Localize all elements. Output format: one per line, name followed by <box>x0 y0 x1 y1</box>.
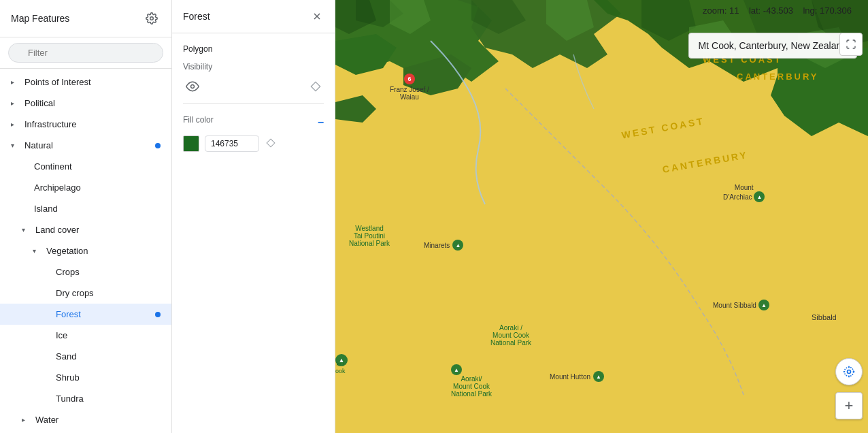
nav-item-label-island: Island <box>34 204 161 214</box>
nav-item-label-crops: Crops <box>56 267 161 277</box>
chevron-icon: ▸ <box>11 121 19 128</box>
nav-item-label-political: Political <box>24 98 161 108</box>
nav-item-forest[interactable]: Forest <box>0 304 171 325</box>
nav-item-label-ice: Ice <box>56 330 161 340</box>
close-icon <box>312 11 322 22</box>
nav-item-shrub[interactable]: Shrub <box>0 367 171 388</box>
svg-point-5 <box>191 85 195 89</box>
mid-panel-header: Forest <box>172 0 335 33</box>
poi-np-left: ▲ <box>335 354 348 366</box>
gear-button[interactable] <box>143 10 161 27</box>
nav-item-label-forest: Forest <box>56 309 161 319</box>
chevron-icon: ▸ <box>11 99 19 107</box>
mid-panel-title: Forest <box>183 11 210 22</box>
visibility-row <box>183 77 324 104</box>
diamond-icon-2 <box>266 138 276 148</box>
gear-icon <box>146 12 158 25</box>
nav-item-archipelago[interactable]: Archipelago <box>0 177 171 198</box>
active-dot-badge <box>155 312 161 317</box>
mid-panel: Forest Polygon Visibility <box>172 0 335 433</box>
filter-input[interactable] <box>8 43 163 63</box>
nav-item-label-infrastructure: Infrastructure <box>24 119 161 129</box>
nav-item-vegetation[interactable]: ▾Vegetation <box>0 240 171 261</box>
chevron-icon: ▾ <box>33 247 41 255</box>
fill-color-label: Fill color <box>183 115 214 125</box>
location-icon <box>842 365 856 379</box>
visibility-diamond[interactable] <box>307 78 324 97</box>
color-hex-input[interactable]: 146735 <box>205 135 259 152</box>
left-panel-title: Map Features <box>11 13 69 24</box>
nav-item-points-of-interest[interactable]: ▸Points of Interest <box>0 71 171 93</box>
chevron-icon: ▸ <box>11 78 19 86</box>
visibility-label: Visibility <box>183 62 324 71</box>
active-dot-badge <box>155 143 161 148</box>
svg-point-27 <box>844 367 853 376</box>
nav-item-natural[interactable]: ▾Natural <box>0 135 171 156</box>
fullscreen-icon <box>846 39 856 50</box>
svg-point-0 <box>150 17 154 20</box>
nav-item-label-vegetation: Vegetation <box>46 246 161 256</box>
nav-item-label-land-cover: Land cover <box>35 225 161 235</box>
diamond-icon <box>310 81 321 92</box>
nav-item-land-cover[interactable]: ▾Land cover <box>0 219 171 240</box>
svg-marker-6 <box>311 82 320 91</box>
color-value-row: 146735 <box>183 135 324 152</box>
left-panel-header: Map Features <box>0 0 171 37</box>
location-button[interactable] <box>835 358 863 385</box>
nav-item-dry-crops[interactable]: Dry crops <box>0 283 171 304</box>
nav-item-label-shrub: Shrub <box>56 372 161 383</box>
svg-point-26 <box>848 370 851 374</box>
nav-item-label-sand: Sand <box>56 351 161 362</box>
nav-item-label-tundra: Tundra <box>56 394 161 404</box>
eye-icon <box>186 80 199 93</box>
nav-item-label-archipelago: Archipelago <box>34 182 161 193</box>
map-svg <box>335 0 868 433</box>
nav-item-ice[interactable]: Ice <box>0 325 171 346</box>
nav-item-label-dry-crops: Dry crops <box>56 288 161 298</box>
nav-list: ▸Points of Interest▸Political▸Infrastruc… <box>0 69 171 433</box>
polygon-label: Polygon <box>183 44 324 54</box>
nav-item-crops[interactable]: Crops <box>0 261 171 283</box>
nav-item-label-points-of-interest: Points of Interest <box>24 77 161 87</box>
visibility-toggle[interactable] <box>183 77 202 98</box>
mid-content: Polygon Visibility Fill color − <box>172 33 335 433</box>
color-diamond[interactable] <box>265 137 277 151</box>
fullscreen-button[interactable] <box>839 33 863 56</box>
nav-item-political[interactable]: ▸Political <box>0 93 171 114</box>
svg-marker-7 <box>267 139 275 147</box>
nav-item-label-water: Water <box>35 415 161 425</box>
nav-item-label-continent: Continent <box>34 161 161 172</box>
zoom-plus-button[interactable]: + <box>835 392 863 419</box>
color-swatch[interactable] <box>183 135 199 152</box>
nav-item-sand[interactable]: Sand <box>0 346 171 367</box>
chevron-icon: ▾ <box>22 226 30 234</box>
nav-item-background[interactable]: Background <box>0 430 171 433</box>
chevron-icon: ▸ <box>22 416 30 423</box>
nav-item-island[interactable]: Island <box>0 198 171 219</box>
fill-color-minus[interactable]: − <box>318 116 324 129</box>
nav-item-continent[interactable]: Continent <box>0 156 171 177</box>
fill-color-section: Fill color − 146735 <box>183 115 324 152</box>
map-area[interactable]: zoom: 11 lat: -43.503 lng: 170.306 Mt Co… <box>335 0 868 433</box>
zoom-plus-icon: + <box>845 397 854 415</box>
filter-wrap <box>8 43 163 63</box>
nav-item-label-natural: Natural <box>24 140 161 150</box>
chevron-icon: ▾ <box>11 142 19 149</box>
close-button[interactable] <box>310 10 324 23</box>
nav-item-water[interactable]: ▸Water <box>0 409 171 430</box>
left-panel: Map Features ▸Points of Interest▸Politic… <box>0 0 172 433</box>
nav-item-tundra[interactable]: Tundra <box>0 388 171 409</box>
nav-item-infrastructure[interactable]: ▸Infrastructure <box>0 114 171 135</box>
filter-bar <box>0 37 171 69</box>
